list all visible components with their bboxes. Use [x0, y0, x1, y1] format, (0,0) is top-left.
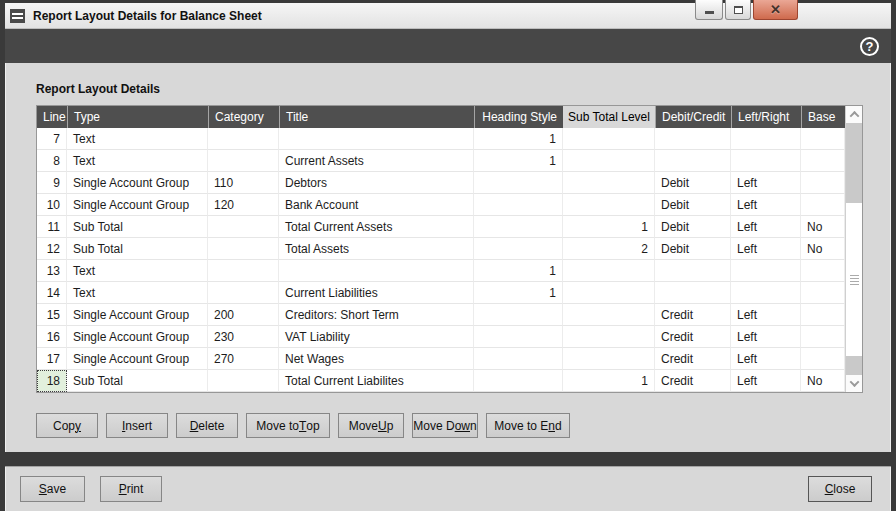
cell-line[interactable]: 9 [37, 172, 67, 194]
cell-line[interactable]: 17 [37, 348, 67, 370]
column-header-sub-total-level[interactable]: Sub Total Level [563, 106, 655, 128]
cell-left-right[interactable]: Left [731, 304, 801, 326]
cell-heading-style[interactable] [474, 348, 563, 370]
cell-sub-total-level[interactable] [563, 260, 655, 282]
move-up-button[interactable]: Move Up [338, 413, 404, 438]
column-header-title[interactable]: Title [279, 106, 474, 128]
cell-left-right[interactable]: Left [731, 172, 801, 194]
cell-title[interactable]: Total Current Assets [279, 216, 474, 238]
cell-base[interactable] [801, 128, 845, 150]
cell-heading-style[interactable]: 1 [474, 260, 563, 282]
cell-type[interactable]: Single Account Group [67, 172, 208, 194]
cell-category[interactable] [208, 216, 279, 238]
cell-heading-style[interactable] [474, 326, 563, 348]
scrollbar-up-button[interactable] [846, 106, 862, 123]
cell-sub-total-level[interactable]: 1 [563, 216, 655, 238]
cell-heading-style[interactable]: 1 [474, 282, 563, 304]
column-header-debit-credit[interactable]: Debit/Credit [655, 106, 731, 128]
cell-line[interactable]: 8 [37, 150, 67, 172]
delete-button[interactable]: Delete [176, 413, 238, 438]
cell-category[interactable]: 200 [208, 304, 279, 326]
cell-category[interactable]: 110 [208, 172, 279, 194]
cell-type[interactable]: Text [67, 150, 208, 172]
column-header-category[interactable]: Category [208, 106, 279, 128]
cell-type[interactable]: Single Account Group [67, 304, 208, 326]
cell-title[interactable] [279, 260, 474, 282]
cell-debit-credit[interactable]: Credit [655, 326, 731, 348]
cell-category[interactable]: 230 [208, 326, 279, 348]
cell-base[interactable] [801, 326, 845, 348]
close-window-button[interactable]: ✕ [753, 0, 798, 20]
move-down-button[interactable]: Move Down [412, 413, 478, 438]
cell-heading-style[interactable]: 1 [474, 150, 563, 172]
print-button[interactable]: Print [100, 476, 162, 502]
cell-type[interactable]: Text [67, 128, 208, 150]
column-header-base[interactable]: Base [801, 106, 845, 128]
cell-line[interactable]: 12 [37, 238, 67, 260]
cell-line[interactable]: 10 [37, 194, 67, 216]
cell-category[interactable] [208, 370, 279, 392]
cell-sub-total-level[interactable] [563, 304, 655, 326]
cell-left-right[interactable] [731, 128, 801, 150]
cell-category[interactable] [208, 260, 279, 282]
cell-title[interactable]: Bank Account [279, 194, 474, 216]
cell-left-right[interactable] [731, 150, 801, 172]
cell-base[interactable]: No [801, 238, 845, 260]
column-header-left-right[interactable]: Left/Right [731, 106, 801, 128]
cell-debit-credit[interactable]: Credit [655, 304, 731, 326]
cell-type[interactable]: Sub Total [67, 370, 208, 392]
cell-heading-style[interactable] [474, 194, 563, 216]
scrollbar-down-button[interactable] [846, 375, 862, 392]
cell-debit-credit[interactable]: Debit [655, 216, 731, 238]
cell-base[interactable]: No [801, 216, 845, 238]
save-button[interactable]: Save [20, 476, 85, 502]
cell-type[interactable]: Single Account Group [67, 326, 208, 348]
cell-type[interactable]: Sub Total [67, 238, 208, 260]
move-to-top-button[interactable]: Move to Top [246, 413, 330, 438]
cell-sub-total-level[interactable]: 2 [563, 238, 655, 260]
cell-left-right[interactable]: Left [731, 326, 801, 348]
cell-left-right[interactable]: Left [731, 370, 801, 392]
cell-title[interactable]: Total Current Liabilites [279, 370, 474, 392]
cell-category[interactable] [208, 128, 279, 150]
cell-line[interactable]: 16 [37, 326, 67, 348]
cell-line[interactable]: 14 [37, 282, 67, 304]
cell-heading-style[interactable] [474, 370, 563, 392]
cell-base[interactable]: No [801, 370, 845, 392]
cell-type[interactable]: Sub Total [67, 216, 208, 238]
cell-heading-style[interactable] [474, 304, 563, 326]
cell-sub-total-level[interactable] [563, 194, 655, 216]
maximize-button[interactable] [725, 0, 751, 20]
cell-category[interactable]: 270 [208, 348, 279, 370]
scrollbar-thumb[interactable] [846, 203, 862, 356]
cell-sub-total-level[interactable] [563, 348, 655, 370]
cell-debit-credit[interactable]: Debit [655, 238, 731, 260]
cell-title[interactable]: Total Assets [279, 238, 474, 260]
cell-debit-credit[interactable] [655, 128, 731, 150]
help-icon[interactable]: ? [860, 37, 879, 56]
cell-base[interactable] [801, 348, 845, 370]
copy-button[interactable]: Copy [36, 413, 98, 438]
cell-heading-style[interactable]: 1 [474, 128, 563, 150]
cell-type[interactable]: Text [67, 282, 208, 304]
cell-heading-style[interactable] [474, 172, 563, 194]
cell-base[interactable] [801, 150, 845, 172]
cell-type[interactable]: Single Account Group [67, 348, 208, 370]
cell-title[interactable] [279, 128, 474, 150]
cell-sub-total-level[interactable] [563, 172, 655, 194]
cell-left-right[interactable]: Left [731, 216, 801, 238]
cell-base[interactable] [801, 304, 845, 326]
cell-debit-credit[interactable] [655, 150, 731, 172]
move-to-end-button[interactable]: Move to End [486, 413, 570, 438]
cell-left-right[interactable] [731, 282, 801, 304]
close-button[interactable]: Close [808, 476, 872, 502]
cell-category[interactable] [208, 150, 279, 172]
cell-debit-credit[interactable] [655, 282, 731, 304]
cell-base[interactable] [801, 282, 845, 304]
cell-line[interactable]: 7 [37, 128, 67, 150]
cell-title[interactable]: VAT Liability [279, 326, 474, 348]
cell-category[interactable]: 120 [208, 194, 279, 216]
cell-title[interactable]: Current Liabilities [279, 282, 474, 304]
cell-debit-credit[interactable]: Debit [655, 194, 731, 216]
cell-sub-total-level[interactable] [563, 128, 655, 150]
